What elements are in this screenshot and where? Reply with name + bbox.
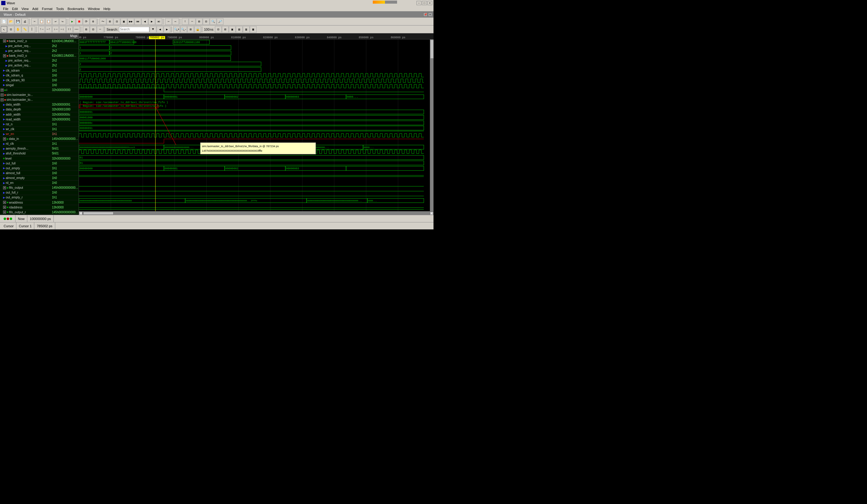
tb-redo[interactable]: ↪ xyxy=(59,18,66,25)
tb2-wave-sh6[interactable]: ▦ xyxy=(250,26,257,33)
menu-add[interactable]: Add xyxy=(30,7,40,11)
tb2-b2[interactable]: ⊟ xyxy=(90,26,97,33)
tb-zoom1[interactable]: ↕ xyxy=(182,18,189,25)
signal-row-addr-width[interactable]: ▶ addr_width 32h0000000c xyxy=(0,112,79,117)
tb-zoom4[interactable]: ⊟ xyxy=(203,18,210,25)
signal-row-out-empty[interactable]: ▶ out_empty 1h1 xyxy=(0,166,79,171)
wave-scrollbar-h[interactable]: ◀ ▶ xyxy=(79,211,434,215)
tb2-cursor[interactable]: | xyxy=(29,26,35,33)
signal-row-wr-clk[interactable]: ▶ wr_clk 1h1 xyxy=(0,127,79,132)
menu-edit[interactable]: Edit xyxy=(10,7,20,11)
tb2-wave-sh3[interactable]: ▣ xyxy=(229,26,236,33)
expand-data-in[interactable]: + xyxy=(3,138,6,141)
menu-format[interactable]: Format xyxy=(40,7,54,11)
tb2-a6[interactable]: ↔↔ xyxy=(73,26,80,33)
tb-print[interactable]: 🖨 xyxy=(22,18,28,25)
signal-row-sim1[interactable]: − ■ sim:/aximaster_to... xyxy=(0,92,79,97)
signal-row-pre-active-3[interactable]: ▶ pre_active_req... 2h2 xyxy=(0,58,79,63)
tb2-find-next[interactable]: ▶ xyxy=(164,26,170,33)
tb-stop[interactable]: ⏹ xyxy=(76,18,83,25)
tb2-a1[interactable]: ↑→ xyxy=(38,26,45,33)
scrollbar-thumb-h[interactable] xyxy=(83,212,114,215)
signal-row-pre-active-4[interactable]: ▶ pre_active_req... 2h2 xyxy=(0,63,79,68)
signal-row-almost-full[interactable]: ▶ almost_full 1h0 xyxy=(0,171,79,176)
signal-row-level[interactable]: ■ level 32h00000000 xyxy=(0,156,79,161)
minimize-button[interactable]: − xyxy=(417,1,421,5)
tb2-wave-shapes[interactable]: ⊟ xyxy=(215,26,222,33)
scrollbar-thumb-v[interactable] xyxy=(430,40,434,58)
menu-window[interactable]: Window xyxy=(86,7,102,11)
expand-bank-inst2[interactable]: + xyxy=(3,40,6,43)
signal-row-bank-inst2[interactable]: + ■ bank_inst2_o 61h00413ffd000... xyxy=(0,39,79,44)
signal-row-rdaddress[interactable]: + ■ rdaddress 13h0000 xyxy=(0,205,79,210)
tb-zoom5[interactable]: 🔍 xyxy=(210,18,216,25)
tb-step[interactable]: ⚙ xyxy=(90,18,97,25)
signal-row-fifo-output[interactable]: + ■ fifo_output 145h0000000000... xyxy=(0,185,79,190)
tb2-b3[interactable]: ↔ xyxy=(97,26,104,33)
signal-row-wr-en[interactable]: ▶ wr_en 1h1 xyxy=(0,132,79,136)
signal-row-data-width[interactable]: ▶ data_width 32h00000091 xyxy=(0,102,79,107)
expand-bank-inst3[interactable]: + xyxy=(3,54,6,57)
tb2-zoom-in[interactable]: 🔍+ xyxy=(173,26,180,33)
expand-fifo-output-r[interactable]: + xyxy=(3,211,6,213)
signal-row-clk-sdram[interactable]: ▶ clk_sdram 1h1 xyxy=(0,68,79,73)
tb-zoom6[interactable]: 🔎 xyxy=(217,18,223,25)
expand-fifo-output[interactable]: + xyxy=(3,186,6,189)
signal-row-clk-sdram-90[interactable]: ▶ clk_sdram_90 1h0 xyxy=(0,78,79,83)
tb-wave9[interactable]: ⏯ xyxy=(156,18,162,25)
menu-tools[interactable]: Tools xyxy=(54,7,66,11)
tb2-zoom-sel[interactable]: ⊡ xyxy=(8,26,14,33)
signal-row-bank-inst3[interactable]: + ■ bank_inst3_o 61h08011ffd000... xyxy=(0,53,79,58)
tb2-a2[interactable]: ←↑ xyxy=(45,26,52,33)
wave-panel[interactable]: '60000 ps 770000 ps 780000 ps 790000 ps … xyxy=(79,33,434,215)
wave-tab-title[interactable]: Wave - Default xyxy=(1,12,28,17)
tab-pin-button[interactable]: 📌 xyxy=(423,12,427,17)
tb-cursor1[interactable]: ⟕ xyxy=(165,18,172,25)
tb-wave1[interactable]: 〜 xyxy=(99,18,106,25)
wave-canvas-area[interactable]: 0003ffffffffffff 00413ffd00001500 02015f… xyxy=(79,40,434,211)
tb-zoom2[interactable]: ↔ xyxy=(189,18,195,25)
tb-run[interactable]: ▶ xyxy=(69,18,76,25)
signal-row-pre-active-1[interactable]: ▶ pre_active_req... 2h2 xyxy=(0,44,79,48)
tb-restart[interactable]: ⟳ xyxy=(83,18,89,25)
expand-sim2[interactable]: − xyxy=(1,98,4,101)
tb2-pan[interactable]: ✋ xyxy=(14,26,21,33)
tb-wave7[interactable]: ◀ xyxy=(141,18,148,25)
tb-paste[interactable]: 📋 xyxy=(45,18,52,25)
signal-row-rst-n[interactable]: ▶ rst_n 1h1 xyxy=(0,122,79,127)
signal-row-fifo-output-r[interactable]: + ■ fifo_output_r 145h0000000000... xyxy=(0,210,79,215)
signal-row-out-full-r[interactable]: ▶ out_full_r 1h0 xyxy=(0,190,79,195)
menu-bookmarks[interactable]: Bookmarks xyxy=(66,7,86,11)
signal-row-rd-en[interactable]: ▶ rd_en 1h0 xyxy=(0,180,79,185)
expand-rdaddress[interactable]: + xyxy=(3,206,6,209)
scroll-left-btn[interactable]: ◀ xyxy=(79,211,83,215)
tb2-measure[interactable]: 📏 xyxy=(22,26,28,33)
tb2-find-prev[interactable]: ◀ xyxy=(157,26,163,33)
tb-new[interactable]: 📄 xyxy=(1,18,7,25)
tb-cursor2[interactable]: ⟖ xyxy=(172,18,179,25)
tb-wave3[interactable]: ⊟ xyxy=(114,18,120,25)
tb-wave2[interactable]: ⊞ xyxy=(107,18,113,25)
expand-wraddress[interactable]: + xyxy=(3,201,6,204)
menu-view[interactable]: View xyxy=(20,7,31,11)
signal-row-out-empty-r[interactable]: ▶ out_empty_r 1h1 xyxy=(0,195,79,200)
signal-row-i[interactable]: + ■ i 32h00000000 xyxy=(0,88,79,92)
signal-row-almost-empty[interactable]: ▶ almost_empty 1h0 xyxy=(0,176,79,180)
tb2-a5[interactable]: ↕↕ xyxy=(66,26,73,33)
tb2-zoom-lock[interactable]: 🔒 xyxy=(194,26,201,33)
maximize-button[interactable]: □ xyxy=(422,1,427,5)
signal-row-data-depth[interactable]: ▶ data_depth 32h00001000 xyxy=(0,107,79,112)
signal-row-read-width[interactable]: ▶ read_width 32h00000091 xyxy=(0,117,79,122)
tb2-a4[interactable]: ←↓ xyxy=(59,26,66,33)
signal-row-pre-active-2[interactable]: ▶ pre_active_req... 2h2 xyxy=(0,48,79,53)
tb-wave5[interactable]: ▶▶ xyxy=(128,18,134,25)
tb2-wave-sh5[interactable]: ▥ xyxy=(243,26,249,33)
menu-file[interactable]: File xyxy=(1,7,10,11)
tb2-b1[interactable]: ⊞ xyxy=(83,26,89,33)
tb2-wave-sh2[interactable]: ⊞ xyxy=(222,26,228,33)
signal-row-afull[interactable]: ▶ afull_threshold 5h01 xyxy=(0,151,79,156)
search-input[interactable] xyxy=(119,27,149,32)
signal-row-aempty[interactable]: ▶ aempty_thresh... 5h01 xyxy=(0,146,79,151)
tb-undo[interactable]: ↩ xyxy=(52,18,59,25)
menu-help[interactable]: Help xyxy=(102,7,112,11)
